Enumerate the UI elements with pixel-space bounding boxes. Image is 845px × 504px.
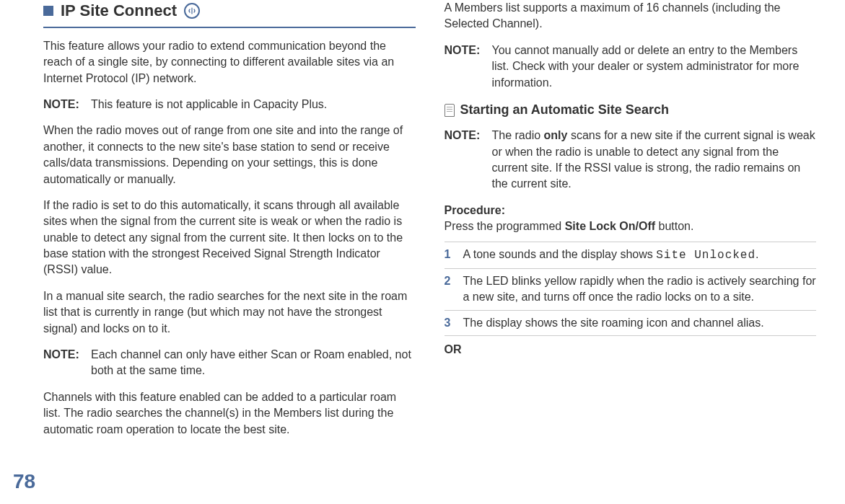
note-text: The radio only scans for a new site if t… [492, 128, 817, 193]
left-column: IP Site Connect This feature allows your… [43, 0, 416, 448]
note-block: NOTE: This feature is not applicable in … [43, 97, 416, 112]
note-block: NOTE: The radio only scans for a new sit… [445, 128, 817, 193]
document-icon [445, 104, 455, 117]
section-title: IP Site Connect [61, 0, 177, 22]
procedure-text-pre: Press the programmed [445, 220, 565, 232]
note-label: NOTE: [43, 97, 84, 112]
section-header: IP Site Connect [43, 0, 416, 22]
body-paragraph: A Members list supports a maximum of 16 … [445, 0, 817, 32]
body-paragraph: This feature allows your radio to extend… [43, 38, 416, 87]
step-text: The LED blinks yellow rapidly when the r… [463, 273, 817, 306]
step-row: 1A tone sounds and the display shows Sit… [445, 242, 817, 268]
note-label: NOTE: [445, 43, 485, 91]
body-paragraph: In a manual site search, the radio searc… [43, 288, 416, 337]
note-text: You cannot manually add or delete an ent… [492, 43, 817, 91]
step-text-post: . [756, 248, 758, 260]
note-block: NOTE: Each channel can only have either … [43, 347, 416, 379]
procedure-label: Procedure: [445, 203, 817, 218]
step-text: The display shows the site roaming icon … [463, 315, 817, 331]
procedure-text-post: button. [655, 220, 693, 232]
note-label: NOTE: [43, 347, 84, 379]
step-text: A tone sounds and the display shows Site… [463, 247, 817, 263]
body-paragraph: When the radio moves out of range from o… [43, 123, 416, 187]
body-paragraph: If the radio is set to do this automatic… [43, 198, 416, 278]
step-text-pre: The LED blinks yellow rapidly when the r… [463, 275, 816, 303]
step-text-pre: The display shows the site roaming icon … [463, 317, 764, 329]
page-number: 78 [13, 467, 35, 495]
or-label: OR [445, 342, 817, 358]
step-text-pre: A tone sounds and the display shows [463, 248, 657, 260]
step-number: 1 [445, 247, 455, 263]
procedure-text: Press the programmed Site Lock On/Off bu… [445, 218, 817, 234]
step-text-mono: Site Unlocked [656, 249, 756, 262]
section-bullet-icon [43, 6, 53, 16]
step-row: 3The display shows the site roaming icon… [445, 311, 817, 336]
note-label: NOTE: [445, 128, 485, 193]
step-number: 2 [445, 273, 455, 306]
note-block: NOTE: You cannot manually add or delete … [445, 43, 817, 91]
body-paragraph: Channels with this feature enabled can b… [43, 389, 416, 438]
note-text-pre: The radio [492, 129, 544, 141]
antenna-icon [184, 3, 200, 19]
note-text-bold: only [544, 129, 568, 141]
step-row: 2The LED blinks yellow rapidly when the … [445, 269, 817, 311]
right-column: A Members list supports a maximum of 16 … [445, 0, 817, 448]
note-text: Each channel can only have either Scan o… [91, 347, 416, 379]
steps-list: 1A tone sounds and the display shows Sit… [445, 242, 817, 336]
section-divider [43, 27, 416, 28]
step-number: 3 [445, 315, 455, 331]
subsection-header: Starting an Automatic Site Search [445, 101, 817, 119]
note-text: This feature is not applicable in Capaci… [91, 97, 416, 112]
procedure-text-bold: Site Lock On/Off [565, 220, 655, 232]
subsection-title: Starting an Automatic Site Search [460, 101, 669, 119]
